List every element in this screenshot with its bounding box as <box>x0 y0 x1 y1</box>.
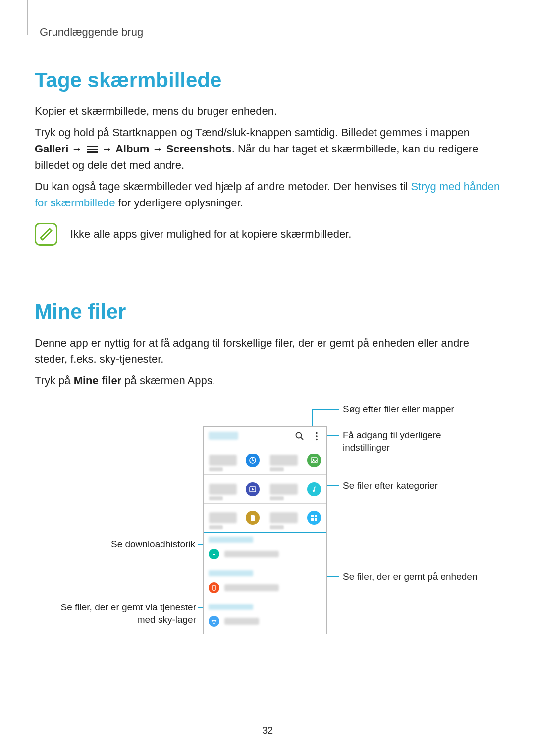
dropbox-icon <box>209 616 219 627</box>
text-galleri: Galleri <box>35 143 68 155</box>
decorative-rule <box>27 0 28 35</box>
svg-rect-17 <box>213 585 215 590</box>
cat-documents[interactable] <box>204 504 265 532</box>
note-icon <box>35 223 57 246</box>
callout-categories: Se filer efter kategorier <box>343 480 438 492</box>
callout-search: Søg efter filer eller mapper <box>343 403 454 416</box>
svg-rect-14 <box>315 515 317 517</box>
clock-icon <box>246 454 260 467</box>
section-cloud-storage <box>204 600 326 634</box>
cat-downloaded[interactable] <box>265 504 326 532</box>
note-row: Ikke alle apps giver mulighed for at kop… <box>35 223 500 246</box>
text: for yderligere oplysninger. <box>115 197 243 209</box>
arrow: → <box>68 143 85 155</box>
svg-point-6 <box>316 435 318 437</box>
section-local-storage <box>204 566 326 600</box>
cat-videos[interactable] <box>204 475 265 504</box>
apps-icon <box>307 511 321 525</box>
arrow: → <box>149 143 166 155</box>
page-number: 32 <box>0 725 535 736</box>
row-dropbox[interactable] <box>209 613 321 632</box>
breadcrumb: Grundlæggende brug <box>40 26 500 39</box>
category-grid <box>204 446 326 533</box>
text-minefiler: Mine filer <box>74 374 122 387</box>
svg-rect-16 <box>315 518 317 521</box>
more-icon[interactable] <box>312 431 321 441</box>
arrow: → <box>99 143 115 155</box>
image-icon <box>307 454 321 467</box>
heading-myfiles: Mine filer <box>35 300 500 324</box>
row-device-storage[interactable] <box>209 579 321 598</box>
cat-images[interactable] <box>265 446 326 475</box>
svg-rect-2 <box>87 151 98 153</box>
svg-point-5 <box>316 432 318 434</box>
phone-mock <box>203 426 327 634</box>
svg-point-12 <box>313 489 315 491</box>
callout-more-l2: indstillinger <box>343 442 441 454</box>
callout-dl: Se downloadhistorik <box>91 538 195 551</box>
cat-recent[interactable] <box>204 446 265 475</box>
para-instructions: Tryk og hold på Startknappen og Tænd/slu… <box>35 124 500 173</box>
note-text: Ikke alle apps giver mulighed for at kop… <box>70 228 351 241</box>
callout-device: Se filer, der er gemt på enheden <box>343 571 477 583</box>
callout-cloud-l1: Se filer, der er gemt via tjenester <box>45 602 196 614</box>
para-other-methods: Du kan også tage skærmbilleder ved hjælp… <box>35 178 500 211</box>
text: Du kan også tage skærmbilleder ved hjælp… <box>35 180 411 193</box>
lead <box>312 409 339 410</box>
menu-icon <box>87 146 98 153</box>
callout-more-l1: Få adgang til yderligere <box>343 429 441 442</box>
row-download-history[interactable] <box>209 546 321 564</box>
para-copy: Kopier et skærmbillede, mens du bruger e… <box>35 103 500 119</box>
video-icon <box>246 482 260 496</box>
svg-rect-13 <box>311 515 314 517</box>
svg-rect-0 <box>87 146 98 147</box>
svg-point-3 <box>296 433 302 438</box>
cat-audio[interactable] <box>265 475 326 504</box>
svg-line-4 <box>301 437 303 440</box>
app-title-blur <box>209 432 238 440</box>
section-download-history <box>204 533 326 566</box>
callout-cloud-l2: med sky-lager <box>45 614 196 626</box>
download-icon <box>209 549 219 559</box>
text-screenshots: Screenshots <box>166 143 232 155</box>
text: Tryk og hold på Startknappen og Tænd/slu… <box>35 126 470 139</box>
para-app-desc: Denne app er nyttig for at få adgang til… <box>35 335 500 367</box>
svg-point-7 <box>316 439 318 441</box>
text: på skærmen Apps. <box>121 374 215 387</box>
callout-cloud: Se filer, der er gemt via tjenester med … <box>45 602 196 626</box>
text-album: Album <box>115 143 149 155</box>
text: Tryk på <box>35 374 74 387</box>
svg-rect-1 <box>87 149 98 150</box>
device-icon <box>209 582 219 593</box>
heading-screenshot: Tage skærmbillede <box>35 68 500 92</box>
svg-rect-15 <box>311 518 314 521</box>
music-icon <box>307 482 321 496</box>
para-tap: Tryk på Mine filer på skærmen Apps. <box>35 372 500 389</box>
callout-more: Få adgang til yderligere indstillinger <box>343 429 441 454</box>
search-icon[interactable] <box>295 431 305 441</box>
myfiles-diagram: Søg efter filer eller mapper Få adgang t… <box>45 403 490 661</box>
phone-header <box>204 427 326 446</box>
document-icon <box>246 511 260 525</box>
